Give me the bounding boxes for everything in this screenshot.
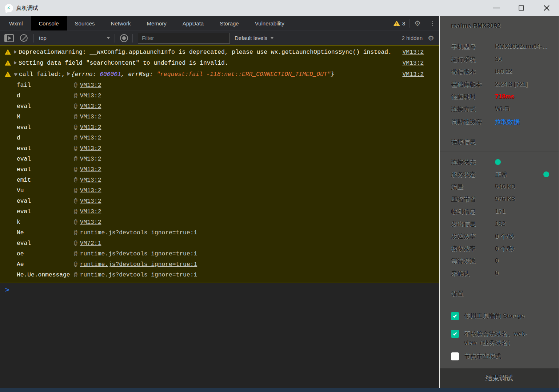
stack-source-link[interactable]: VM72:1 bbox=[80, 240, 101, 247]
window-titlebar: ›: 真机调试 bbox=[0, 0, 559, 16]
info-row: 周期性缓存拉取数据 bbox=[451, 118, 556, 126]
stack-source-link[interactable]: VM13:2 bbox=[80, 155, 101, 162]
more-menu-icon[interactable] bbox=[430, 21, 435, 26]
info-row: 基础库版本2.24.3 [721] bbox=[451, 80, 556, 88]
expand-caret-icon[interactable] bbox=[14, 50, 17, 54]
console-warning-row[interactable]: ! Setting data field "searchContent" to … bbox=[0, 57, 440, 68]
conn-row: 流量546 KB bbox=[451, 183, 556, 191]
clear-console-icon[interactable] bbox=[20, 34, 28, 42]
conn-row: 压缩节省976 KB bbox=[451, 195, 556, 203]
log-levels-dropdown[interactable]: Default levels bbox=[235, 35, 274, 41]
minimize-icon bbox=[493, 8, 500, 8]
expand-caret-icon[interactable] bbox=[14, 61, 17, 65]
stack-source-link[interactable]: VM13:2 bbox=[80, 145, 101, 152]
number-value: 600001 bbox=[100, 71, 121, 78]
tab-wxml[interactable]: Wxml bbox=[1, 16, 31, 31]
tab-sources[interactable]: Sources bbox=[67, 16, 103, 31]
expand-caret-icon[interactable] bbox=[67, 72, 70, 76]
fetch-data-link[interactable]: 拉取数据 bbox=[495, 118, 520, 126]
window-bottom-edge bbox=[0, 388, 559, 392]
settings-gear-icon[interactable]: ⚙ bbox=[414, 20, 421, 27]
console-warning-row[interactable]: ! DeprecationWarning: __wxConfig.appLaun… bbox=[0, 47, 440, 57]
tab-network[interactable]: Network bbox=[103, 16, 139, 31]
stack-frame-row: Vu@VM13:2 bbox=[0, 185, 440, 196]
checkbox-row: 不校验合法域名、web-view（业务域名） bbox=[451, 330, 529, 347]
stack-frame-row: He.Ue.onmessage@runtime.js?devtools_igno… bbox=[0, 270, 440, 280]
tab-memory[interactable]: Memory bbox=[139, 16, 175, 31]
filter-placeholder: Filter bbox=[142, 35, 154, 41]
conn-row: 等待发送0 bbox=[451, 257, 556, 265]
divider bbox=[440, 304, 559, 304]
divider bbox=[115, 34, 115, 43]
stack-source-link[interactable]: VM13:2 bbox=[80, 113, 101, 120]
conn-row: 收到信息171 bbox=[451, 207, 556, 215]
context-selector[interactable]: top bbox=[39, 35, 110, 41]
console-prompt-caret: > bbox=[5, 286, 9, 294]
tab-appdata[interactable]: AppData bbox=[175, 16, 212, 31]
stack-source-link[interactable]: VM13:2 bbox=[80, 166, 101, 173]
device-sidebar: realme-RMX3092 手机型号RMX3092arm64-... 运行系统… bbox=[439, 16, 559, 388]
chevron-down-icon bbox=[107, 37, 110, 39]
console-settings-gear-icon[interactable]: ⚙ bbox=[428, 35, 434, 42]
stack-frame-row: d@VM13:2 bbox=[0, 133, 440, 143]
divider bbox=[132, 34, 133, 43]
stack-frame-row: fail@VM13:2 bbox=[0, 80, 440, 90]
stack-source-link[interactable]: runtime.js?devtools_ignore=true:1 bbox=[80, 229, 197, 236]
maximize-icon bbox=[519, 5, 524, 11]
stack-source-link[interactable]: runtime.js?devtools_ignore=true:1 bbox=[80, 250, 197, 257]
app-icon: ›: bbox=[5, 4, 13, 12]
live-expression-eye-icon[interactable] bbox=[120, 34, 128, 42]
warning-count[interactable]: 3 bbox=[402, 20, 405, 27]
stack-source-link[interactable]: runtime.js?devtools_ignore=true:1 bbox=[80, 261, 197, 268]
stack-source-link[interactable]: VM13:2 bbox=[80, 103, 101, 110]
stack-source-link[interactable]: VM13:2 bbox=[80, 198, 101, 205]
tab-console[interactable]: Console bbox=[31, 16, 67, 31]
source-link[interactable]: VM13:2 bbox=[402, 49, 424, 56]
conn-row: 发送效率0 个/秒 bbox=[451, 232, 556, 240]
stack-frame-row: eval@VM13:2 bbox=[0, 101, 440, 112]
storage-checkbox[interactable] bbox=[451, 312, 459, 320]
stack-source-link[interactable]: VM13:2 bbox=[80, 92, 101, 99]
checkbox-label: 节点审查模式 bbox=[464, 352, 529, 361]
close-button[interactable] bbox=[534, 0, 559, 16]
object-preview[interactable]: {errno: 600001, errMsg: "request:fail -1… bbox=[65, 71, 334, 78]
divider bbox=[440, 36, 559, 36]
warning-badge-icon[interactable]: ! bbox=[394, 21, 400, 26]
stack-source-link[interactable]: VM13:2 bbox=[80, 208, 101, 215]
info-row: 微信版本8.0.22 bbox=[451, 68, 556, 76]
console-toolbar: top Filter Default levels 2 hidden ⚙ bbox=[0, 31, 440, 45]
node-inspect-checkbox[interactable] bbox=[451, 352, 459, 360]
maximize-button[interactable] bbox=[509, 0, 534, 16]
console-error-group-row[interactable]: ! call failed:, {errno: 600001, errMsg: … bbox=[0, 68, 440, 80]
tab-vulnerability[interactable]: Vulnerability bbox=[247, 16, 292, 31]
end-debug-button[interactable]: 结束调试 bbox=[440, 368, 559, 388]
minimize-button[interactable] bbox=[484, 0, 509, 16]
stack-frame-row: eval@VM13:2 bbox=[0, 143, 440, 154]
device-name: realme-RMX3092 bbox=[451, 22, 500, 29]
stack-source-link[interactable]: runtime.js?devtools_ignore=true:1 bbox=[80, 271, 197, 278]
checkbox-row: 节点审查模式 bbox=[451, 352, 529, 361]
stack-source-link[interactable]: VM13:2 bbox=[80, 177, 101, 183]
stack-source-link[interactable]: VM13:2 bbox=[80, 134, 101, 141]
divider bbox=[440, 132, 559, 132]
filter-input[interactable]: Filter bbox=[138, 33, 230, 44]
stack-source-link[interactable]: VM13:2 bbox=[80, 82, 101, 89]
stack-source-link[interactable]: VM13:2 bbox=[80, 124, 101, 131]
stack-frame-row: emit@VM13:2 bbox=[0, 175, 440, 185]
latency-value: 718ms bbox=[495, 93, 514, 100]
console-prompt[interactable]: > bbox=[0, 285, 440, 296]
hidden-count[interactable]: 2 hidden bbox=[402, 35, 423, 41]
stack-frame-row: oe@runtime.js?devtools_ignore=true:1 bbox=[0, 248, 440, 259]
app-icon-marks: ›: bbox=[8, 5, 11, 10]
skip-domain-check-checkbox[interactable] bbox=[451, 330, 459, 338]
conn-row: 接收效率0 个/秒 bbox=[451, 245, 556, 252]
tab-storage[interactable]: Storage bbox=[212, 16, 247, 31]
info-row: 连接方式Wi-Fi bbox=[451, 105, 556, 113]
stack-source-link[interactable]: VM13:2 bbox=[80, 187, 101, 194]
conn-row: 发出信息182 bbox=[451, 220, 556, 228]
source-link[interactable]: VM13:2 bbox=[402, 71, 424, 78]
collapse-caret-icon[interactable] bbox=[14, 73, 17, 76]
console-sidebar-toggle-icon[interactable] bbox=[4, 34, 14, 42]
stack-source-link[interactable]: VM13:2 bbox=[80, 219, 101, 226]
source-link[interactable]: VM13:2 bbox=[402, 60, 424, 66]
